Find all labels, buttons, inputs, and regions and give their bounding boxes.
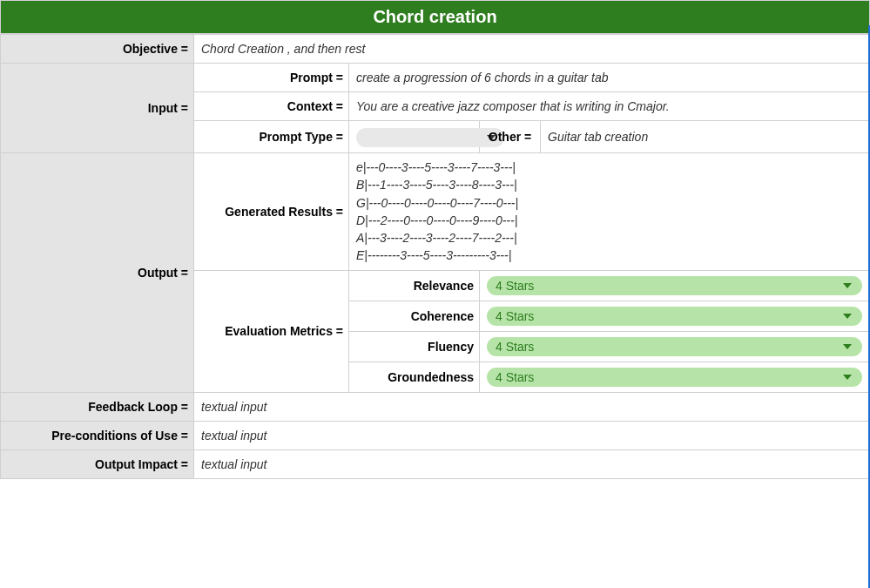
context-label: Context = (194, 92, 349, 121)
preconditions-value[interactable]: textual input (194, 421, 870, 449)
other-value[interactable]: Guitar tab creation (541, 121, 870, 153)
preconditions-label: Pre-conditions of Use = (1, 421, 194, 449)
metric-value-3: 4 Stars (496, 370, 534, 384)
metric-name-2: Fluency (349, 331, 480, 362)
metric-value-0: 4 Stars (496, 279, 534, 293)
objective-label: Objective = (1, 35, 194, 64)
context-value[interactable]: You are a creative jazz composer that is… (349, 92, 870, 121)
impact-label: Output Impact = (1, 449, 194, 478)
chevron-down-icon (843, 375, 852, 380)
form-table: Objective = Chord Creation , and then re… (0, 34, 870, 479)
generated-value[interactable]: e|---0----3----5----3----7----3---| B|--… (349, 153, 870, 271)
metric-dropdown-coherence[interactable]: 4 Stars (487, 307, 862, 326)
metrics-label: Evaluation Metrics = (194, 270, 349, 392)
metric-value-2: 4 Stars (496, 340, 534, 354)
metric-dropdown-fluency[interactable]: 4 Stars (487, 337, 862, 356)
row-objective: Objective = Chord Creation , and then re… (1, 35, 870, 64)
prompt-type-label: Prompt Type = (194, 121, 349, 153)
prompt-type-cell (349, 121, 480, 153)
impact-value[interactable]: textual input (194, 449, 870, 478)
metric-value-1: 4 Stars (496, 309, 534, 323)
metric-name-0: Relevance (349, 270, 480, 301)
prompt-type-dropdown[interactable] (356, 128, 504, 147)
feedback-label: Feedback Loop = (1, 392, 194, 421)
page-title: Chord creation (0, 0, 870, 34)
feedback-value[interactable]: textual input (194, 392, 870, 421)
row-impact: Output Impact = textual input (1, 449, 870, 478)
metric-name-3: Groundedness (349, 362, 480, 392)
prompt-value[interactable]: create a progression of 6 chords in a gu… (349, 64, 870, 92)
chevron-down-icon (843, 283, 852, 288)
chevron-down-icon (843, 344, 852, 349)
row-generated: Output = Generated Results = e|---0----3… (1, 153, 870, 271)
row-feedback: Feedback Loop = textual input (1, 392, 870, 421)
output-label: Output = (1, 153, 194, 393)
metric-name-1: Coherence (349, 301, 480, 331)
other-label: Other = (480, 121, 541, 153)
generated-label: Generated Results = (194, 153, 349, 271)
metric-dropdown-relevance[interactable]: 4 Stars (487, 276, 862, 295)
prompt-label: Prompt = (194, 64, 349, 92)
form-container: Chord creation Objective = Chord Creatio… (0, 0, 870, 479)
input-label: Input = (1, 64, 194, 153)
row-prompt: Input = Prompt = create a progression of… (1, 64, 870, 92)
objective-value[interactable]: Chord Creation , and then rest (194, 35, 870, 64)
metric-dropdown-groundedness[interactable]: 4 Stars (487, 368, 862, 387)
row-preconditions: Pre-conditions of Use = textual input (1, 421, 870, 449)
guitar-tab: e|---0----3----5----3----7----3---| B|--… (356, 159, 862, 265)
chevron-down-icon (843, 314, 852, 319)
